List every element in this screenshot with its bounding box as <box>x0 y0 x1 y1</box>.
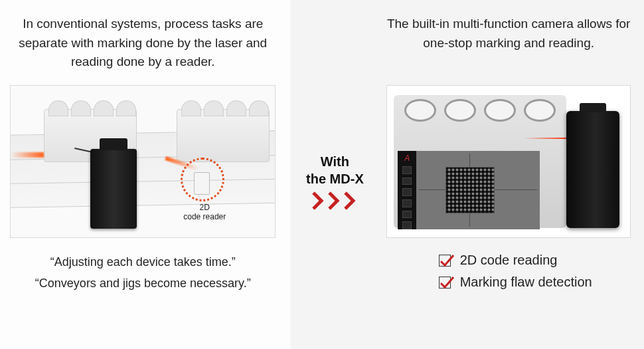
quote-line: “Conveyors and jigs become necessary.” <box>35 273 251 294</box>
code-reader-label: 2D code reader <box>178 203 231 222</box>
2d-code-icon <box>445 167 495 213</box>
laser-marker-device <box>90 149 137 229</box>
laser-beam-icon <box>524 138 566 139</box>
benefit-label: 2D code reading <box>460 253 558 268</box>
selector-letter: A <box>404 154 410 163</box>
code-reader-device <box>194 172 210 195</box>
camera-view-overlay: A <box>398 151 540 229</box>
laser-beam-icon <box>11 152 44 158</box>
quote-line: “Adjusting each device takes time.” <box>35 251 251 273</box>
check-icon <box>439 277 451 289</box>
list-item: 2D code reading <box>439 253 592 268</box>
mdx-illustration: A <box>386 85 631 238</box>
benefit-label: Marking flaw detection <box>460 275 592 290</box>
check-icon <box>439 255 451 267</box>
conventional-illustration: 2D code reader <box>10 85 276 238</box>
mdx-heading: The built-in multi-function camera allow… <box>385 15 632 73</box>
mdx-column: The built-in multi-function camera allow… <box>380 0 644 349</box>
code-reader-label-line2: code reader <box>183 212 226 221</box>
transition-line1: With <box>321 154 349 169</box>
pain-point-quotes: “Adjusting each device takes time.” “Con… <box>33 251 254 294</box>
list-item: Marking flaw detection <box>439 275 592 290</box>
transition-column: With the MD-X <box>290 0 380 349</box>
conventional-column: In conventional systems, process tasks a… <box>0 0 290 349</box>
mdx-device <box>566 111 619 228</box>
workpiece <box>177 109 270 162</box>
conventional-heading: In conventional systems, process tasks a… <box>7 15 280 73</box>
chevrons-right-icon <box>311 191 358 210</box>
benefits-list: 2D code reading Marking flaw detection <box>426 253 592 290</box>
camera-ui-sidebar: A <box>398 151 416 229</box>
comparison-layout: In conventional systems, process tasks a… <box>0 0 644 349</box>
camera-live-view <box>416 151 540 229</box>
code-reader-label-line1: 2D <box>200 203 210 212</box>
transition-label: With the MD-X <box>306 153 364 187</box>
transition-line2: the MD-X <box>306 172 364 186</box>
